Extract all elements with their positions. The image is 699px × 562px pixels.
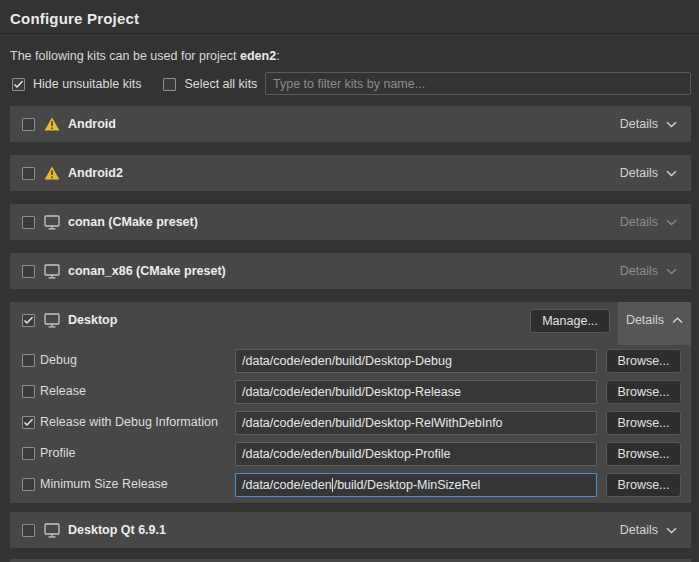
subtitle-colon: : bbox=[276, 49, 279, 63]
config-checkbox[interactable] bbox=[22, 478, 35, 491]
kit-checkbox[interactable] bbox=[22, 524, 35, 537]
warning-icon bbox=[44, 117, 60, 131]
config-label: Debug bbox=[40, 353, 77, 367]
details-label: Details bbox=[620, 523, 658, 537]
title-separator bbox=[0, 33, 699, 34]
build-config-row-minsizerel: Minimum Size Release /data/code/eden/bui… bbox=[10, 473, 691, 497]
build-dir-input[interactable] bbox=[235, 411, 597, 435]
details-toggle: Details bbox=[620, 264, 677, 278]
select-all-checkbox[interactable] bbox=[163, 78, 176, 91]
config-checkbox[interactable] bbox=[22, 416, 35, 429]
details-toggle[interactable]: Details bbox=[620, 166, 677, 180]
details-toggle: Details bbox=[620, 215, 677, 229]
browse-button[interactable]: Browse... bbox=[606, 442, 681, 466]
kit-name: Desktop Qt 6.9.1 bbox=[68, 523, 166, 537]
browse-button[interactable]: Browse... bbox=[606, 411, 681, 435]
kit-name: conan (CMake preset) bbox=[68, 215, 198, 229]
kit-filter-input[interactable] bbox=[265, 72, 691, 95]
desktop-icon bbox=[44, 264, 60, 279]
build-dir-input-focused[interactable]: /data/code/eden/build/Desktop-MinSizeRel bbox=[235, 473, 597, 497]
chevron-down-icon bbox=[666, 268, 677, 275]
build-config-row-relwithdebinfo: Release with Debug Information Browse... bbox=[10, 411, 691, 435]
config-label: Release with Debug Information bbox=[40, 415, 218, 429]
build-dir-input[interactable] bbox=[235, 442, 597, 466]
chevron-down-icon bbox=[666, 527, 677, 534]
config-checkbox[interactable] bbox=[22, 385, 35, 398]
subtitle-text: The following kits can be used for proje… bbox=[10, 49, 240, 63]
kit-checkbox[interactable] bbox=[22, 216, 35, 229]
select-all-label[interactable]: Select all kits bbox=[184, 77, 257, 91]
details-toggle[interactable]: Details bbox=[620, 523, 677, 537]
config-label: Release bbox=[40, 384, 86, 398]
filter-options-row: Hide unsuitable kits Select all kits bbox=[12, 77, 271, 91]
input-text-before-cursor: /data/code/eden bbox=[242, 478, 332, 492]
details-label: Details bbox=[620, 264, 658, 278]
check-icon bbox=[23, 316, 34, 325]
warning-icon bbox=[44, 166, 60, 180]
kit-checkbox[interactable] bbox=[22, 167, 35, 180]
kit-row-conan-x86: conan_x86 (CMake preset) Details bbox=[10, 253, 691, 289]
browse-button[interactable]: Browse... bbox=[606, 473, 681, 497]
browse-button[interactable]: Browse... bbox=[606, 349, 681, 373]
kit-checkbox[interactable] bbox=[22, 118, 35, 131]
build-dir-input[interactable] bbox=[235, 380, 597, 404]
details-label: Details bbox=[620, 117, 658, 131]
desktop-icon bbox=[44, 215, 60, 230]
kit-checkbox[interactable] bbox=[22, 265, 35, 278]
details-label: Details bbox=[620, 166, 658, 180]
project-name: eden2 bbox=[240, 49, 276, 63]
check-icon bbox=[23, 418, 34, 427]
build-dir-input[interactable] bbox=[235, 349, 597, 373]
input-text-after-cursor: /build/Desktop-MinSizeRel bbox=[334, 478, 481, 492]
build-config-row-release: Release Browse... bbox=[10, 380, 691, 404]
kit-checkbox[interactable] bbox=[22, 314, 35, 327]
kit-row-android2: Android2 Details bbox=[10, 155, 691, 191]
kit-name: conan_x86 (CMake preset) bbox=[68, 264, 226, 278]
desktop-icon bbox=[44, 313, 60, 328]
hide-unsuitable-label[interactable]: Hide unsuitable kits bbox=[33, 77, 141, 91]
details-label: Details bbox=[620, 215, 658, 229]
chevron-down-icon bbox=[666, 219, 677, 226]
manage-button[interactable]: Manage... bbox=[530, 309, 610, 333]
config-checkbox[interactable] bbox=[22, 447, 35, 460]
chevron-down-icon bbox=[666, 121, 677, 128]
build-config-row-debug: Debug Browse... bbox=[10, 349, 691, 373]
kit-panel-desktop: Details Desktop Manage... Debug Browse..… bbox=[10, 302, 691, 503]
hide-unsuitable-checkbox[interactable] bbox=[12, 78, 25, 91]
config-checkbox[interactable] bbox=[22, 354, 35, 367]
check-icon bbox=[13, 80, 24, 89]
kit-name: Android2 bbox=[68, 166, 123, 180]
kit-name: Android bbox=[68, 117, 116, 131]
kit-name: Desktop bbox=[68, 313, 117, 327]
kit-row-desktop-qt: Desktop Qt 6.9.1 Details bbox=[10, 512, 691, 548]
details-toggle[interactable]: Details bbox=[620, 117, 677, 131]
browse-button[interactable]: Browse... bbox=[606, 380, 681, 404]
kit-row-desktop: Desktop Manage... bbox=[10, 302, 691, 338]
kit-row-conan: conan (CMake preset) Details bbox=[10, 204, 691, 240]
build-config-row-profile: Profile Browse... bbox=[10, 442, 691, 466]
config-label: Profile bbox=[40, 446, 75, 460]
config-label: Minimum Size Release bbox=[40, 477, 168, 491]
desktop-icon bbox=[44, 523, 60, 538]
page-title: Configure Project bbox=[10, 10, 139, 27]
chevron-down-icon bbox=[666, 170, 677, 177]
kit-row-android: Android Details bbox=[10, 106, 691, 142]
kits-subtitle: The following kits can be used for proje… bbox=[10, 49, 280, 63]
